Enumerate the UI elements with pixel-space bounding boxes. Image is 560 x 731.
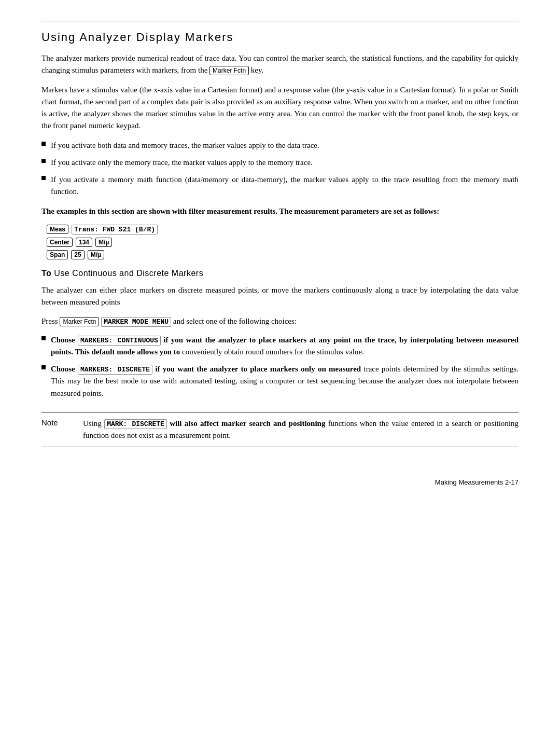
subsection-title: To Use Continuous and Discrete Markers — [41, 269, 519, 278]
bullet-text: If you activate a memory math function (… — [51, 174, 519, 198]
intro-paragraph-1: The analyzer markers provide numerical r… — [41, 52, 519, 77]
press-marker-fctn-key: Marker Fctn — [60, 317, 99, 326]
choice-bullet-list: Choose MARKERS: CONTINUOUS if you want t… — [41, 334, 519, 399]
span-key: Span — [47, 250, 68, 259]
center-unit: M/µ — [95, 238, 112, 247]
bullet-text: If you activate only the memory trace, t… — [51, 157, 313, 169]
meas-key: Meas — [47, 225, 68, 234]
bullet-icon — [41, 159, 46, 163]
marker-fctn-key: Marker Fctn — [209, 66, 249, 75]
note-box: Note Using MARK: DISCRETE will also affe… — [41, 412, 519, 448]
press-line: Press Marker Fctn MARKER MODE MENU and s… — [41, 315, 519, 327]
center-key: Center — [47, 238, 73, 247]
choice-2-text: Choose MARKERS: DISCRETE if you want the… — [51, 363, 519, 399]
span-val: 25 — [71, 250, 84, 259]
bullet-text: If you activate both data and memory tra… — [51, 140, 319, 151]
note-label: Note — [41, 418, 83, 442]
bullet-icon — [41, 336, 46, 340]
bullet-icon — [41, 176, 46, 180]
intro-text-1: The analyzer markers provide numerical r… — [41, 54, 519, 74]
section-title: Using Analyzer Display Markers — [41, 31, 519, 44]
page-footer: Making Measurements 2-17 — [41, 478, 519, 486]
params-line-3: Span 25 M/µ — [47, 250, 519, 259]
list-item: If you activate both data and memory tra… — [41, 140, 519, 151]
span-unit: M/µ — [88, 250, 104, 259]
note-content: Using MARK: DISCRETE will also affect ma… — [83, 418, 519, 442]
note-bold: will also affect marker search and posit… — [170, 419, 325, 427]
note-mark-discrete-code: MARK: DISCRETE — [104, 419, 167, 429]
list-item: If you activate a memory math function (… — [41, 174, 519, 198]
choice-2-bold-rest: if you want the analyzer to place marker… — [152, 365, 361, 373]
bullet-icon — [41, 365, 46, 369]
subsection-title-rest: Use Continuous and Discrete Markers — [54, 269, 203, 278]
params-heading: The examples in this section are shown w… — [41, 205, 519, 217]
list-item: Choose MARKERS: DISCRETE if you want the… — [41, 363, 519, 399]
markers-continuous-code: MARKERS: CONTINUOUS — [78, 336, 161, 346]
choice-1-text: Choose MARKERS: CONTINUOUS if you want t… — [51, 334, 519, 358]
press-prefix: Press — [41, 317, 60, 325]
params-block: Meas Trans: FWD S21 (B/R) Center 134 M/µ… — [47, 225, 519, 259]
trans-code: Trans: FWD S21 (B/R) — [72, 225, 158, 235]
markers-discrete-code: MARKERS: DISCRETE — [78, 365, 152, 375]
press-suffix: and select one of the following choices: — [173, 317, 297, 325]
center-val: 134 — [76, 238, 92, 247]
page-container: Using Analyzer Display Markers The analy… — [41, 21, 519, 486]
list-item: If you activate only the memory trace, t… — [41, 157, 519, 169]
choice-1-bold-start: Choose — [51, 336, 78, 344]
bullet-list-markers: If you activate both data and memory tra… — [41, 140, 519, 198]
params-line-1: Meas Trans: FWD S21 (B/R) — [47, 225, 519, 235]
footer-text: Making Measurements 2-17 — [435, 478, 519, 486]
subsection-to: To — [41, 269, 51, 278]
bullet-icon — [41, 142, 46, 146]
choice-1-normal-end: conveniently obtain round numbers for th… — [182, 348, 364, 356]
params-line-2: Center 134 M/µ — [47, 238, 519, 247]
choice-2-bold-start: Choose — [51, 365, 78, 373]
note-prefix: Using — [83, 419, 104, 427]
list-item: Choose MARKERS: CONTINUOUS if you want t… — [41, 334, 519, 358]
intro-text-1-end: key. — [251, 66, 263, 74]
press-marker-mode-menu: MARKER MODE MENU — [101, 317, 171, 327]
intro-paragraph-2: Markers have a stimulus value (the x-axi… — [41, 84, 519, 132]
subsection-body: The analyzer can either place markers on… — [41, 284, 519, 309]
top-divider — [41, 21, 519, 21]
